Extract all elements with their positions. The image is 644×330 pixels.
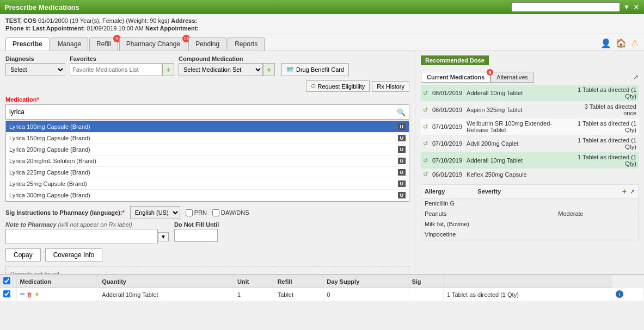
med-row-5[interactable]: ↺ 06/01/2019 Keflex 250mg Capsule bbox=[421, 169, 639, 180]
row-star-icon[interactable]: ★ bbox=[34, 291, 40, 298]
dropdown-item-5[interactable]: Lyrica 25mg Capsule (Brand) U bbox=[6, 178, 409, 190]
allergy-section: Allergy Severity + ↗ Penicillin G Peanut… bbox=[421, 184, 639, 240]
tab-prescribe[interactable]: Prescribe bbox=[5, 38, 50, 51]
med-row-0[interactable]: ↺ 08/01/2019 Adderall 10mg Tablet 1 Tabl… bbox=[421, 85, 639, 102]
allergy-expand-icon[interactable]: ↗ bbox=[630, 188, 635, 195]
title-bar: Prescribe Medications ▼ ✕ bbox=[0, 0, 644, 14]
dropdown-item-2[interactable]: Lyrica 200mg Capsule (Brand) U bbox=[6, 144, 409, 155]
dropdown-item-3[interactable]: Lyrica 20mg/mL Solution (Brand) U bbox=[6, 155, 409, 167]
col-quantity: Quantity bbox=[99, 275, 234, 288]
action-btns: Copay Coverage Info bbox=[5, 248, 409, 261]
dropdown-item-1[interactable]: Lyrica 150mg Capsule (Brand) U bbox=[6, 133, 409, 144]
diagnosis-label: Diagnosis bbox=[5, 55, 65, 62]
row-refill: 0 bbox=[323, 288, 408, 301]
current-medications-table: ↺ 08/01/2019 Adderall 10mg Tablet 1 Tabl… bbox=[421, 85, 639, 180]
warning-icon[interactable]: ⚠ bbox=[631, 38, 639, 48]
allergy-row-3: Vinpocetine bbox=[421, 229, 638, 240]
close-icon[interactable]: ✕ bbox=[633, 3, 640, 11]
sig-language-select[interactable]: English (US) bbox=[130, 206, 180, 219]
note-dropdown-button[interactable]: ▼ bbox=[158, 232, 169, 241]
tab-alternatives[interactable]: Alternatives bbox=[490, 72, 533, 83]
favorites-group: Favorites + bbox=[70, 55, 174, 76]
med-row-3[interactable]: ↺ 07/10/2019 Advil 200mg Caplet 1 Tablet… bbox=[421, 135, 639, 152]
tabs-container: Prescribe Manage Refill 9 Pharmacy Chang… bbox=[5, 38, 265, 51]
medication-dropdown: Lyrica 100mg Capsule (Brand) U Lyrica 15… bbox=[5, 121, 409, 202]
title-dropdown-icon[interactable]: ▼ bbox=[623, 3, 630, 11]
tab-reports[interactable]: Reports bbox=[228, 38, 265, 51]
med-icon-0: ↺ bbox=[423, 90, 428, 96]
dropdown-item-6[interactable]: Lyrica 300mg Capsule (Brand) U bbox=[6, 190, 409, 201]
note-group: Note to Pharmacy (will not appear on Rx … bbox=[5, 221, 169, 244]
allergy-table: Penicillin G Peanuts Moderate Milk fat, … bbox=[421, 198, 638, 240]
col-checkbox bbox=[0, 275, 16, 288]
coverage-info-button[interactable]: Coverage Info bbox=[45, 248, 102, 261]
records-box: Records not found. bbox=[5, 266, 409, 274]
tab-pharmacy-change[interactable]: Pharmacy Change 11 bbox=[119, 38, 187, 51]
cur-med-tab-group: Current Medications 8 Alternatives bbox=[421, 72, 534, 83]
request-eligibility-button[interactable]: ⊙ Request Eligibility bbox=[306, 80, 370, 92]
dawdns-checkbox[interactable] bbox=[212, 209, 219, 216]
prn-label[interactable]: PRN bbox=[186, 209, 207, 216]
med-row-1[interactable]: ↺ 08/01/2019 Aspirin 325mg Tablet 3 Tabl… bbox=[421, 102, 639, 119]
title-bar-right: ▼ ✕ bbox=[511, 2, 640, 12]
user-icon[interactable]: 👤 bbox=[600, 38, 611, 48]
prn-checkbox[interactable] bbox=[186, 209, 193, 216]
select-all-checkbox[interactable] bbox=[3, 277, 10, 284]
allergy-header: Allergy Severity + ↗ bbox=[421, 185, 638, 198]
note-label: Note to Pharmacy (will not appear on Rx … bbox=[5, 221, 169, 228]
col-unit: Unit bbox=[234, 275, 274, 288]
row-edit-icon[interactable]: ✏ bbox=[20, 291, 25, 298]
table-row: ✏ 🗑 ★ Adderall 10mg Tablet 1 Tablet 0 1 … bbox=[0, 288, 644, 301]
row-checkbox[interactable] bbox=[3, 290, 10, 297]
med-icon-2: ↺ bbox=[423, 123, 428, 130]
dropdown-item-0[interactable]: Lyrica 100mg Capsule (Brand) U bbox=[6, 121, 409, 133]
med-row-2[interactable]: ↺ 07/10/2019 Wellbutrin SR 100mg Extende… bbox=[421, 119, 639, 135]
allergy-add-button[interactable]: + bbox=[622, 187, 627, 196]
tab-manage[interactable]: Manage bbox=[51, 38, 88, 51]
dnfu-input[interactable] bbox=[174, 229, 218, 242]
compound-label: Compound Medication bbox=[179, 55, 275, 62]
right-panel: Recommended Dose Current Medications 8 A… bbox=[415, 51, 644, 274]
med-icon-3: ↺ bbox=[423, 140, 428, 147]
favorites-input[interactable] bbox=[70, 63, 162, 76]
med-icon-4: ↺ bbox=[423, 157, 428, 164]
allergy-row-2: Milk fat, (Bovine) bbox=[421, 219, 638, 229]
card-icon: 🪪 bbox=[286, 66, 294, 73]
col-refill: Refill bbox=[274, 275, 323, 288]
favorites-add-button[interactable]: + bbox=[162, 63, 174, 76]
row-delete-icon[interactable]: 🗑 bbox=[27, 291, 33, 298]
eligibility-icon: ⊙ bbox=[311, 83, 316, 90]
med-row-4[interactable]: ↺ 07/10/2019 Adderall 10mg Tablet 1 Tabl… bbox=[421, 152, 639, 169]
info-icon[interactable]: i bbox=[616, 290, 623, 298]
search-icon[interactable]: 🔍 bbox=[394, 106, 409, 119]
allergy-row-1: Peanuts Moderate bbox=[421, 209, 638, 219]
col-actions bbox=[443, 275, 612, 288]
title-search-input[interactable] bbox=[511, 2, 620, 12]
sig-row: Sig Instructions to Pharmacy (language):… bbox=[5, 206, 409, 219]
row-unit: Tablet bbox=[274, 288, 323, 301]
compound-add-button[interactable]: + bbox=[263, 63, 275, 76]
note-input[interactable] bbox=[5, 229, 158, 244]
home-icon[interactable]: 🏠 bbox=[616, 38, 627, 48]
rx-history-button[interactable]: Rx History bbox=[372, 81, 409, 92]
tab-current-medications[interactable]: Current Medications 8 bbox=[421, 72, 490, 83]
expand-icon[interactable]: ↗ bbox=[633, 73, 639, 81]
med-icon-1: ↺ bbox=[423, 107, 428, 113]
compound-select[interactable]: Select Medication Set bbox=[179, 63, 263, 76]
medication-search-row: 🔍 bbox=[5, 104, 409, 120]
diagnosis-select[interactable]: Select bbox=[5, 63, 65, 76]
medication-label: Medication* bbox=[5, 96, 409, 103]
tab-pending[interactable]: Pending bbox=[188, 38, 226, 51]
dawdns-label[interactable]: DAW/DNS bbox=[212, 209, 249, 216]
tabs-icons: 👤 🏠 ⚠ bbox=[600, 38, 639, 51]
window-title: Prescribe Medications bbox=[4, 3, 79, 11]
compound-group: Compound Medication Select Medication Se… bbox=[179, 55, 275, 76]
copay-button[interactable]: Copay bbox=[5, 248, 41, 261]
dropdown-item-4[interactable]: Lyrica 225mg Capsule (Brand) U bbox=[6, 167, 409, 178]
tab-refill[interactable]: Refill 9 bbox=[89, 38, 118, 51]
bottom-table: Medication Quantity Unit Refill Day Supp… bbox=[0, 274, 644, 301]
recommended-dose-label: Recommended Dose bbox=[421, 55, 489, 65]
note-row: Note to Pharmacy (will not appear on Rx … bbox=[5, 221, 409, 244]
medication-search-input[interactable] bbox=[6, 105, 394, 119]
drug-benefit-card-button[interactable]: 🪪 Drug Benefit Card bbox=[281, 63, 349, 76]
